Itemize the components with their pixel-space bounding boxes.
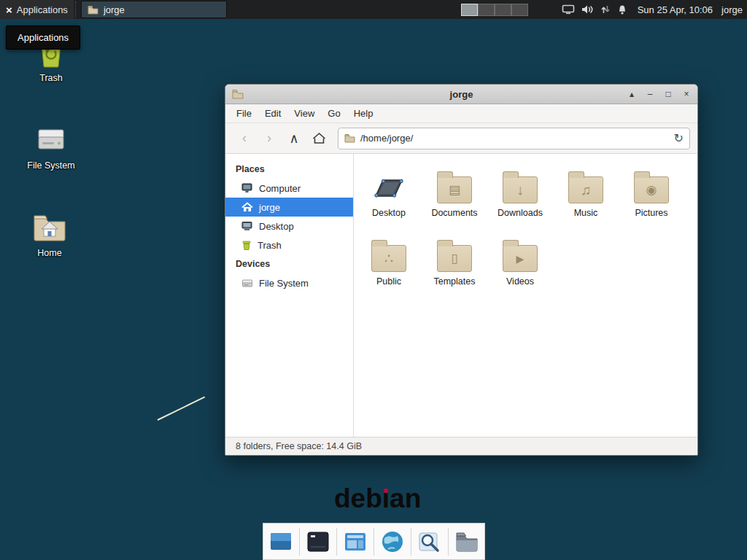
sidebar-item-label: Trash [258, 240, 282, 251]
close-button[interactable]: × [682, 90, 691, 98]
folder-item-desktop[interactable]: Desktop [356, 167, 422, 228]
documents-folder-icon [437, 167, 472, 206]
folder-label: Desktop [372, 208, 406, 218]
sidebar: Places Computer jorge [225, 154, 354, 437]
sidebar-item-trash[interactable]: Trash [225, 236, 353, 254]
menu-go[interactable]: Go [321, 105, 347, 122]
sidebar-header-places: Places [225, 160, 353, 179]
web-browser-globe-icon [379, 529, 406, 555]
folder-label: Templates [434, 276, 476, 287]
drive-icon [16, 120, 86, 156]
statusbar-text: 8 folders, Free space: 14.4 GiB [236, 441, 362, 451]
volume-icon[interactable] [581, 4, 594, 15]
panel-separator [75, 1, 80, 18]
drive-icon [241, 279, 253, 288]
dock-separator [299, 528, 300, 556]
xfce-menu-icon: × [6, 4, 12, 15]
desktop-icon-home[interactable]: Home [15, 207, 85, 258]
folder-label: Documents [431, 208, 477, 218]
minimize-button[interactable]: – [646, 90, 654, 98]
dock-item-desktop[interactable] [266, 527, 295, 556]
folder-item-videos[interactable]: Videos [487, 236, 553, 297]
dock-separator [374, 528, 374, 556]
folder-icon [344, 133, 355, 143]
desktop-icon-label: Home [15, 248, 85, 258]
folder-label: Music [574, 208, 598, 218]
terminal-icon [305, 529, 331, 555]
sidebar-item-label: File System [259, 278, 309, 289]
refresh-button[interactable]: ↻ [674, 131, 684, 145]
dock-item-terminal[interactable] [303, 527, 333, 556]
display-icon[interactable] [562, 4, 575, 15]
dock-separator [336, 528, 337, 556]
taskbar-item-jorge[interactable]: jorge [81, 1, 227, 18]
notifications-bell-icon[interactable] [617, 4, 627, 15]
sidebar-item-computer[interactable]: Computer [225, 179, 353, 198]
app-finder-magnifier-icon [417, 529, 443, 555]
path-text[interactable]: /home/jorge/ [360, 133, 669, 144]
stray-line [158, 397, 206, 421]
back-button[interactable]: ‹ [233, 128, 256, 149]
folder-label: Downloads [498, 208, 543, 218]
folder-icon [88, 5, 98, 15]
dock-item-settings[interactable] [341, 527, 370, 556]
folder-item-pictures[interactable]: Pictures [619, 167, 684, 228]
dock-item-browser[interactable] [378, 527, 407, 556]
panel-username[interactable]: jorge [721, 4, 743, 15]
window-titlebar[interactable]: jorge ▴ – □ × [225, 85, 697, 104]
menu-view[interactable]: View [287, 105, 321, 122]
music-folder-icon [568, 167, 603, 206]
dock [263, 523, 485, 560]
top-panel: × Applications jorge [0, 0, 747, 19]
sidebar-item-file-system[interactable]: File System [225, 273, 353, 292]
folder-item-downloads[interactable]: Downloads [487, 167, 553, 228]
workspace-4[interactable] [511, 4, 528, 16]
folder-label: Pictures [635, 208, 667, 218]
desktop-icon [268, 529, 294, 555]
file-manager-folder-icon [454, 529, 480, 555]
sidebar-item-jorge[interactable]: jorge [225, 198, 353, 217]
pictures-folder-icon [634, 167, 669, 206]
desktop-icon-label: File System [16, 160, 86, 171]
menu-file[interactable]: File [230, 105, 258, 122]
menubar: File Edit View Go Help [225, 104, 697, 123]
folder-view[interactable]: Desktop Documents Downloads [354, 154, 697, 437]
folder-item-music[interactable]: Music [553, 167, 619, 228]
folder-item-documents[interactable]: Documents [422, 167, 487, 228]
desktop-folder-icon [368, 167, 409, 206]
desktop: × Applications jorge [0, 0, 747, 560]
forward-button[interactable]: › [258, 128, 281, 149]
folder-label: Public [376, 276, 401, 287]
menu-help[interactable]: Help [347, 105, 380, 122]
path-bar[interactable]: /home/jorge/ ↻ [338, 128, 690, 149]
folder-item-templates[interactable]: Templates [422, 236, 487, 297]
network-icon[interactable] [600, 4, 611, 15]
shade-button[interactable]: ▴ [627, 90, 636, 98]
dock-item-finder[interactable] [415, 527, 444, 556]
templates-folder-icon [437, 236, 472, 275]
public-folder-icon [371, 236, 406, 275]
dock-item-file-manager[interactable] [452, 527, 481, 556]
menu-edit[interactable]: Edit [258, 105, 287, 122]
maximize-button[interactable]: □ [664, 90, 673, 98]
debian-logo-text: an [390, 483, 421, 514]
workspace-3[interactable] [495, 4, 511, 16]
workspace-1[interactable] [461, 4, 478, 16]
workspace-switcher[interactable] [461, 4, 528, 16]
folder-item-public[interactable]: Public [356, 236, 422, 297]
applications-button[interactable]: × Applications [0, 0, 74, 19]
home-button[interactable] [307, 128, 330, 149]
up-button[interactable]: ∧ [282, 128, 306, 149]
window-title: jorge [225, 89, 697, 100]
taskbar-item-label: jorge [104, 4, 125, 15]
desktop-icon-file-system[interactable]: File System [16, 120, 86, 171]
statusbar: 8 folders, Free space: 14.4 GiB [225, 437, 697, 455]
sidebar-item-label: jorge [259, 202, 280, 213]
sidebar-item-desktop[interactable]: Desktop [225, 217, 353, 236]
tooltip-text: Applications [18, 32, 69, 43]
clock[interactable]: Sun 25 Apr, 10:06 [638, 4, 713, 15]
applications-tooltip: Applications [6, 26, 80, 50]
dock-separator [448, 528, 449, 556]
videos-folder-icon [503, 236, 538, 275]
workspace-2[interactable] [478, 4, 495, 16]
